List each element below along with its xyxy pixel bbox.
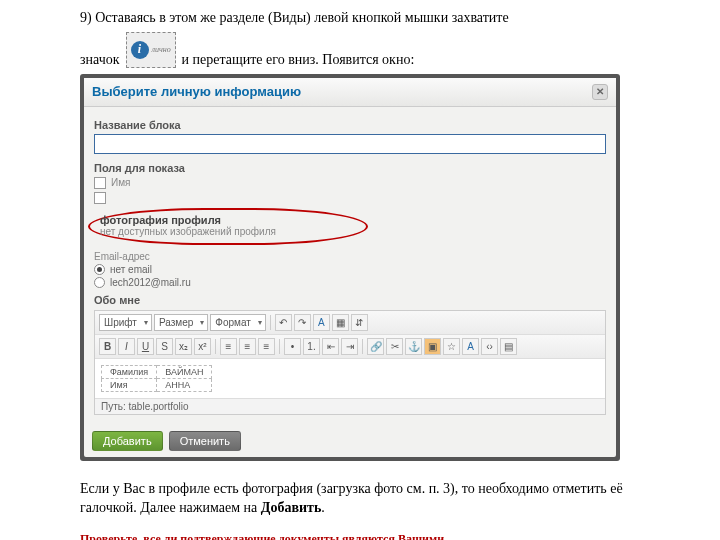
email-value-label: lech2012@mail.ru — [110, 277, 191, 288]
email-label: Email-адрес — [94, 251, 606, 262]
profile-photo-subtitle: нет доступных изображений профиля — [100, 226, 352, 237]
size-select[interactable]: Размер — [154, 314, 208, 331]
underline-icon[interactable]: U — [137, 338, 154, 355]
dialog-screenshot: Выберите личную информацию ✕ Название бл… — [80, 74, 620, 461]
close-icon[interactable]: ✕ — [592, 84, 608, 100]
table-row: Имя АННА — [102, 378, 212, 391]
list-ol-icon[interactable]: 1. — [303, 338, 320, 355]
dialog-actions: Добавить Отменить — [84, 425, 616, 457]
align-right-icon[interactable]: ≡ — [258, 338, 275, 355]
radio-icon[interactable] — [94, 277, 105, 288]
embed-icon[interactable]: ▤ — [500, 338, 517, 355]
dialog: Выберите личную информацию ✕ Название бл… — [84, 78, 616, 457]
code-icon[interactable]: ‹› — [481, 338, 498, 355]
anchor-icon[interactable]: ⚓ — [405, 338, 422, 355]
bold-icon[interactable]: B — [99, 338, 116, 355]
undo-icon[interactable]: ↶ — [275, 314, 292, 331]
editor-toolbar-2: B I U S x₂ x² ≡ ≡ ≡ • 1. ⇤ ⇥ 🔗 — [95, 335, 605, 359]
drag-block-icon[interactable]: i лично — [126, 32, 176, 68]
drag-block-label: лично — [152, 45, 171, 54]
toggle-icon[interactable]: ⇵ — [351, 314, 368, 331]
strike-icon[interactable]: S — [156, 338, 173, 355]
cell-lastname-value: ВАЙМАН — [157, 365, 212, 378]
table-row: Фамилия ВАЙМАН — [102, 365, 212, 378]
about-me-label: Обо мне — [94, 294, 606, 306]
indent-icon[interactable]: ⇥ — [341, 338, 358, 355]
cell-firstname-label: Имя — [102, 378, 157, 391]
step-line-2-rest: и перетащите его вниз. Появится окно: — [182, 52, 415, 68]
word-icon: значок — [80, 52, 120, 68]
editor-content[interactable]: Фамилия ВАЙМАН Имя АННА — [95, 359, 605, 398]
italic-icon[interactable]: I — [118, 338, 135, 355]
email-block: Email-адрес нет email lech2012@mail.ru — [94, 251, 606, 288]
sub-icon[interactable]: x₂ — [175, 338, 192, 355]
list-ul-icon[interactable]: • — [284, 338, 301, 355]
after-text-main: Если у Вас в профиле есть фотография (за… — [80, 481, 623, 516]
editor-toolbar-1: Шрифт Размер Формат ↶ ↷ A ▦ ⇵ — [95, 311, 605, 335]
radio-icon[interactable] — [94, 264, 105, 275]
image-icon[interactable]: ▣ — [424, 338, 441, 355]
step-line-2: значок i лично и перетащите его вниз. По… — [80, 32, 680, 68]
checkbox-name-row[interactable]: Имя — [94, 177, 606, 189]
link-icon[interactable]: 🔗 — [367, 338, 384, 355]
clean-icon[interactable]: ☆ — [443, 338, 460, 355]
cancel-button[interactable]: Отменить — [169, 431, 241, 451]
portfolio-table: Фамилия ВАЙМАН Имя АННА — [101, 365, 212, 392]
cell-lastname-label: Фамилия — [102, 365, 157, 378]
after-text-bold: Добавить — [261, 500, 322, 515]
dialog-header: Выберите личную информацию ✕ — [84, 78, 616, 107]
email-option-none[interactable]: нет email — [94, 264, 606, 275]
after-paragraph: Если у Вас в профиле есть фотография (за… — [80, 479, 680, 518]
outdent-icon[interactable]: ⇤ — [322, 338, 339, 355]
align-center-icon[interactable]: ≡ — [239, 338, 256, 355]
block-name-input[interactable] — [94, 134, 606, 154]
text-color-icon[interactable]: A — [462, 338, 479, 355]
insert-image-icon[interactable]: ▦ — [332, 314, 349, 331]
verify-note: Проверьте, все ли подтверждающие докумен… — [80, 532, 680, 540]
email-option-value[interactable]: lech2012@mail.ru — [94, 277, 606, 288]
search-icon[interactable]: A — [313, 314, 330, 331]
checkbox-name-label: Имя — [111, 177, 130, 188]
info-icon: i — [131, 41, 149, 59]
unlink-icon[interactable]: ✂ — [386, 338, 403, 355]
checkbox-icon[interactable] — [94, 192, 106, 204]
fields-to-show-label: Поля для показа — [94, 162, 606, 174]
sup-icon[interactable]: x² — [194, 338, 211, 355]
profile-photo-title: фотография профиля — [100, 214, 352, 226]
redo-icon[interactable]: ↷ — [294, 314, 311, 331]
format-select[interactable]: Формат — [210, 314, 266, 331]
checkbox-extra-label — [111, 192, 114, 203]
checkbox-extra-row[interactable] — [94, 192, 606, 204]
dialog-title: Выберите личную информацию — [92, 84, 301, 99]
step-line-1: 9) Оставаясь в этом же разделе (Виды) ле… — [80, 8, 680, 28]
block-name-label: Название блока — [94, 119, 606, 131]
rich-text-editor: Шрифт Размер Формат ↶ ↷ A ▦ ⇵ B I U S x₂ — [94, 310, 606, 415]
add-button[interactable]: Добавить — [92, 431, 163, 451]
editor-status-bar: Путь: table.portfolio — [95, 398, 605, 414]
profile-photo-highlight: фотография профиля нет доступных изображ… — [88, 208, 368, 245]
email-none-label: нет email — [110, 264, 152, 275]
align-left-icon[interactable]: ≡ — [220, 338, 237, 355]
checkbox-icon[interactable] — [94, 177, 106, 189]
cell-firstname-value: АННА — [157, 378, 212, 391]
font-select[interactable]: Шрифт — [99, 314, 152, 331]
